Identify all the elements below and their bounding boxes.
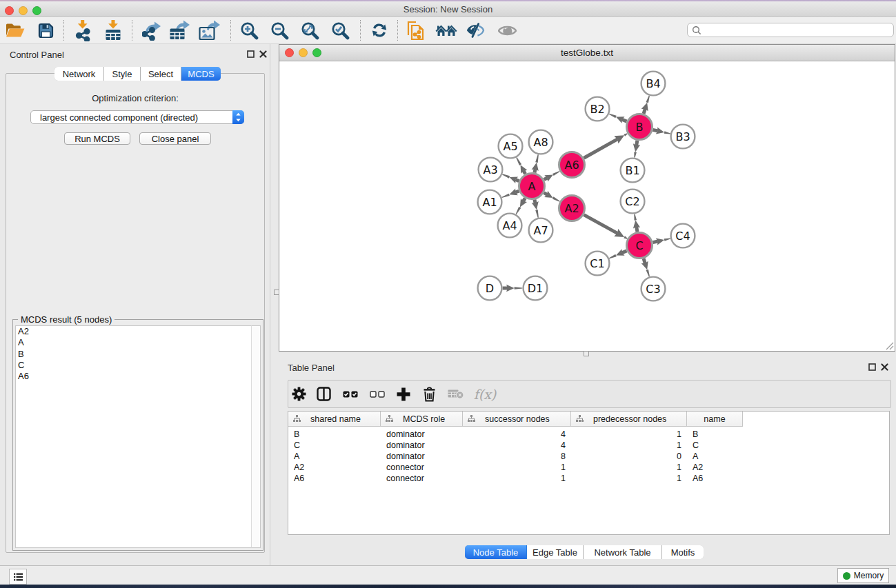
tab-style[interactable]: Style xyxy=(104,67,141,81)
export-network-button[interactable] xyxy=(140,17,166,44)
memory-button[interactable]: Memory xyxy=(837,568,889,583)
table-cell[interactable]: C xyxy=(687,440,743,451)
function-builder-button[interactable]: f(x) xyxy=(470,381,500,407)
table-cell[interactable]: A2 xyxy=(687,462,743,473)
table-cell[interactable]: B xyxy=(288,429,381,440)
table-cell[interactable]: 1 xyxy=(571,462,687,473)
zoom-fit-button[interactable] xyxy=(297,17,322,44)
graph-node-C4[interactable]: C4 xyxy=(671,224,695,248)
home-button[interactable] xyxy=(434,17,459,44)
table-row[interactable]: Bdominator41B xyxy=(288,429,889,440)
table-cell[interactable]: C xyxy=(288,440,381,451)
graph-node-B3[interactable]: B3 xyxy=(671,125,695,149)
mcds-result-scrollbar[interactable] xyxy=(251,325,261,548)
save-session-button[interactable] xyxy=(33,17,58,44)
graph-node-C1[interactable]: C1 xyxy=(586,252,610,276)
graph-node-A2[interactable]: A2 xyxy=(559,196,585,221)
mcds-result-item[interactable]: A6 xyxy=(16,371,260,382)
search-field[interactable] xyxy=(687,23,894,37)
graph-node-C2[interactable]: C2 xyxy=(621,190,645,214)
close-icon[interactable] xyxy=(259,50,267,58)
mcds-result-item[interactable]: A2 xyxy=(16,326,260,337)
zoom-selected-button[interactable] xyxy=(328,17,352,44)
table-cell[interactable]: dominator xyxy=(381,429,463,440)
graph-node-A4[interactable]: A4 xyxy=(498,214,522,238)
mcds-result-list[interactable]: A2ABCA6 xyxy=(15,325,261,548)
tab-network-table[interactable]: Network Table xyxy=(584,545,662,559)
table-cell[interactable]: dominator xyxy=(381,451,463,462)
clone-network-button[interactable] xyxy=(404,17,428,44)
graph-node-B4[interactable]: B4 xyxy=(641,72,666,96)
graph-node-A5[interactable]: A5 xyxy=(499,134,523,159)
column-header-shared-name[interactable]: shared name xyxy=(288,412,381,426)
table-cell[interactable]: A xyxy=(687,451,743,462)
graph-node-C3[interactable]: C3 xyxy=(641,277,666,301)
mcds-result-item[interactable]: B xyxy=(16,349,260,360)
column-header-MCDS-role[interactable]: MCDS role xyxy=(381,412,463,426)
graph-node-D1[interactable]: D1 xyxy=(524,276,548,301)
table-cell[interactable]: 1 xyxy=(571,473,687,484)
export-table-button[interactable] xyxy=(167,17,193,44)
table-cell[interactable]: 1 xyxy=(463,462,571,473)
table-cell[interactable]: connector xyxy=(381,473,463,484)
column-header-name[interactable]: name xyxy=(687,412,743,426)
table-cell[interactable]: 0 xyxy=(571,451,687,462)
graph-node-A1[interactable]: A1 xyxy=(478,190,502,214)
graph-node-B[interactable]: B xyxy=(627,114,653,140)
open-file-button[interactable] xyxy=(3,17,28,44)
table-cell[interactable]: 1 xyxy=(463,473,571,484)
float-icon[interactable] xyxy=(868,363,876,371)
optimization-criterion-dropdown[interactable]: largest connected component (directed) xyxy=(30,110,244,124)
graph-node-D[interactable]: D xyxy=(478,276,502,301)
mcds-result-item[interactable]: C xyxy=(16,360,260,371)
column-header-successor-nodes[interactable]: successor nodes xyxy=(463,412,571,426)
table-row[interactable]: Cdominator41C xyxy=(288,440,889,451)
deselect-all-button[interactable] xyxy=(364,381,390,407)
table-cell[interactable]: A2 xyxy=(288,462,381,473)
tab-edge-table[interactable]: Edge Table xyxy=(527,545,584,559)
hide-panel-button[interactable] xyxy=(464,17,488,44)
table-cell[interactable]: A6 xyxy=(288,473,381,484)
delete-column-button[interactable] xyxy=(416,381,442,407)
run-mcds-button[interactable]: Run MCDS xyxy=(64,132,130,145)
table-cell[interactable]: 4 xyxy=(463,440,571,451)
tab-motifs[interactable]: Motifs xyxy=(662,545,704,559)
show-columns-button[interactable] xyxy=(311,381,337,407)
table-cell[interactable]: A6 xyxy=(687,473,743,484)
graph-node-A[interactable]: A xyxy=(519,174,545,199)
graph-node-A3[interactable]: A3 xyxy=(479,158,503,182)
refresh-button[interactable] xyxy=(367,17,392,44)
export-image-button[interactable] xyxy=(197,17,223,44)
table-cell[interactable]: B xyxy=(687,429,743,440)
tab-mcds[interactable]: MCDS xyxy=(181,67,221,81)
table-row[interactable]: A6connector11A6 xyxy=(288,473,889,484)
task-history-button[interactable] xyxy=(9,569,27,585)
close-panel-button[interactable]: Close panel xyxy=(139,132,211,145)
close-icon[interactable] xyxy=(881,363,888,371)
table-cell[interactable]: 4 xyxy=(463,429,571,440)
create-column-button[interactable] xyxy=(390,381,416,407)
tab-node-table[interactable]: Node Table xyxy=(465,545,527,559)
graph-node-C[interactable]: C xyxy=(627,233,653,258)
desktop-scroll-handle-left[interactable] xyxy=(274,290,279,295)
import-table-button[interactable] xyxy=(100,17,126,44)
table-cell[interactable]: A xyxy=(288,451,381,462)
table-row[interactable]: Adominator80A xyxy=(288,451,889,462)
table-cell[interactable]: dominator xyxy=(381,440,463,451)
resize-grip-icon[interactable] xyxy=(885,341,894,350)
float-icon[interactable] xyxy=(247,50,255,58)
desktop-scroll-handle-bottom[interactable] xyxy=(584,351,589,356)
graph-node-B1[interactable]: B1 xyxy=(621,159,645,183)
graph-node-A8[interactable]: A8 xyxy=(529,130,553,154)
network-canvas[interactable]: B4B2BB3A8A5A6A3B1AC2A1A2A4A7C4CC1C3DD1 xyxy=(279,61,895,351)
select-all-button[interactable] xyxy=(337,381,364,407)
mcds-result-item[interactable]: A xyxy=(16,337,260,348)
table-cell[interactable]: 1 xyxy=(571,440,687,451)
tab-network[interactable]: Network xyxy=(54,67,104,81)
show-panel-button[interactable] xyxy=(495,17,519,44)
search-input[interactable] xyxy=(701,24,893,36)
delete-table-button[interactable] xyxy=(442,381,470,407)
table-row[interactable]: A2connector11A2 xyxy=(288,462,889,473)
table-settings-button[interactable] xyxy=(286,381,311,407)
network-window-titlebar[interactable]: testGlobe.txt xyxy=(279,45,895,61)
